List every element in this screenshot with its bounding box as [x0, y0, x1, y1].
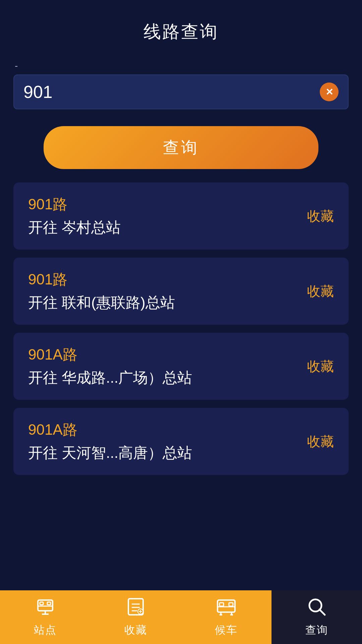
- nav-label-waiting: 候车: [215, 623, 238, 638]
- search-input-wrapper: [13, 74, 349, 109]
- route-direction-1: 开往 联和(惠联路)总站: [28, 293, 175, 313]
- route-name-0: 901路: [28, 195, 121, 214]
- collect-button-1[interactable]: 收藏: [307, 282, 334, 301]
- result-card-2[interactable]: 901A路 开往 华成路...广场）总站 收藏: [13, 333, 349, 400]
- bottom-nav: 站点 收藏: [0, 590, 362, 644]
- result-content-0: 901路 开往 岑村总站: [28, 195, 121, 237]
- collect-button-3[interactable]: 收藏: [307, 432, 334, 451]
- result-content-1: 901路 开往 联和(惠联路)总站: [28, 270, 175, 313]
- result-content-3: 901A路 开往 天河智...高唐）总站: [28, 420, 192, 463]
- page-title: 线路查询: [0, 0, 362, 54]
- results-section: 901路 开往 岑村总站 收藏 901路 开往 联和(惠联路)总站 收藏 901…: [0, 182, 362, 475]
- nav-label-favorites: 收藏: [124, 623, 147, 638]
- nav-label-query: 查询: [305, 623, 328, 638]
- result-card-3[interactable]: 901A路 开往 天河智...高唐）总站 收藏: [13, 408, 349, 475]
- svg-line-22: [319, 609, 325, 615]
- collect-button-2[interactable]: 收藏: [307, 357, 334, 376]
- nav-item-query[interactable]: 查询: [272, 590, 362, 644]
- route-direction-3: 开往 天河智...高唐）总站: [28, 443, 192, 463]
- svg-rect-2: [47, 602, 51, 605]
- svg-rect-14: [220, 603, 224, 606]
- query-button[interactable]: 查询: [44, 126, 318, 169]
- search-label: -: [13, 60, 349, 71]
- svg-rect-1: [40, 602, 43, 605]
- bus-stop-icon: [35, 597, 55, 620]
- collect-button-0[interactable]: 收藏: [307, 207, 334, 225]
- result-card-1[interactable]: 901路 开往 联和(惠联路)总站 收藏: [13, 258, 349, 325]
- clear-button[interactable]: [320, 83, 339, 101]
- route-direction-0: 开往 岑村总站: [28, 218, 121, 237]
- route-name-1: 901路: [28, 270, 175, 289]
- nav-item-favorites[interactable]: 收藏: [90, 590, 181, 644]
- nav-item-stations[interactable]: 站点: [0, 590, 90, 644]
- query-button-wrapper: 查询: [0, 119, 362, 182]
- nav-item-waiting[interactable]: 候车: [181, 590, 272, 644]
- result-content-2: 901A路 开往 华成路...广场）总站: [28, 345, 192, 388]
- route-direction-2: 开往 华成路...广场）总站: [28, 368, 192, 388]
- favorite-icon: [126, 597, 146, 620]
- search-input[interactable]: [23, 82, 320, 102]
- query-icon: [307, 597, 327, 620]
- waiting-icon: [216, 597, 236, 620]
- result-card-0[interactable]: 901路 开往 岑村总站 收藏: [13, 182, 349, 250]
- route-name-2: 901A路: [28, 345, 192, 365]
- search-section: -: [0, 54, 362, 119]
- svg-rect-15: [229, 603, 233, 606]
- route-name-3: 901A路: [28, 420, 192, 440]
- nav-label-stations: 站点: [34, 623, 57, 638]
